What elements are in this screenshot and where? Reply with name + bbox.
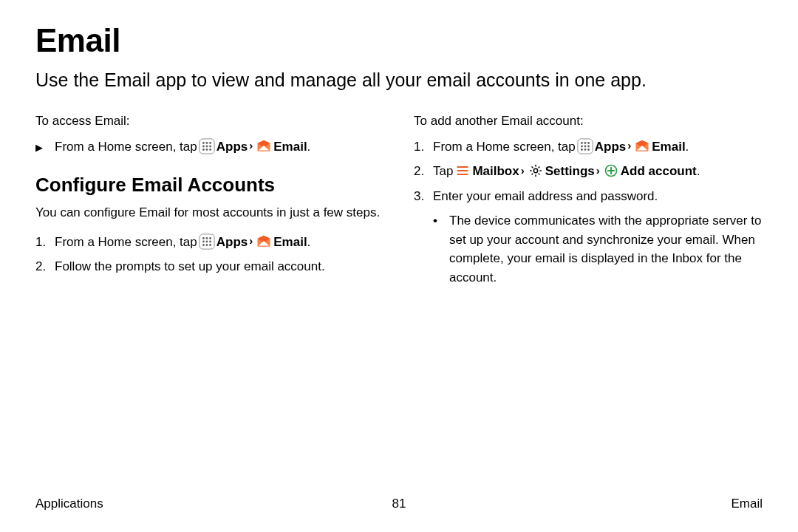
apps-grid-icon [199, 233, 215, 250]
add-account-bold-label: Add account [621, 162, 697, 181]
chevron-right-icon: › [248, 137, 254, 154]
list-item: 1. From a Home screen, tap Apps [35, 233, 384, 252]
access-label: To access Email: [35, 114, 384, 129]
svg-point-19 [209, 244, 211, 246]
svg-point-11 [202, 237, 205, 239]
list-item: 2. Follow the prompts to set up your ema… [35, 257, 384, 276]
step-text: From a Home screen, tap [433, 137, 576, 157]
email-envelope-icon [256, 138, 272, 154]
plus-circle-icon [603, 163, 619, 179]
svg-point-26 [587, 145, 590, 147]
list-item: 1. From a Home screen, tap Apps [414, 137, 763, 157]
page-title: Email [35, 22, 763, 59]
svg-point-27 [581, 149, 583, 151]
svg-point-15 [205, 240, 208, 242]
step-number: 3. [414, 187, 433, 206]
svg-point-22 [584, 141, 586, 143]
email-envelope-icon [634, 138, 650, 154]
svg-point-12 [205, 237, 208, 239]
svg-point-2 [205, 141, 208, 143]
footer-left: Applications [35, 497, 103, 511]
step-text: From a Home screen, tap [55, 233, 197, 252]
svg-point-28 [584, 149, 586, 151]
svg-point-4 [202, 145, 205, 147]
svg-point-5 [205, 145, 208, 147]
svg-point-24 [581, 145, 583, 147]
configure-heading: Configure Email Accounts [35, 174, 384, 197]
email-label: Email [273, 137, 307, 157]
footer-page-number: 81 [0, 497, 798, 511]
email-label: Email [652, 137, 685, 157]
access-step-text: From a Home screen, tap [55, 137, 197, 157]
svg-point-21 [581, 141, 583, 143]
two-column-layout: To access Email: ▶ From a Home screen, t… [35, 114, 763, 287]
apps-grid-icon [577, 138, 593, 154]
svg-point-33 [533, 168, 537, 172]
svg-point-18 [205, 244, 208, 246]
svg-point-13 [209, 237, 211, 239]
access-step: ▶ From a Home screen, tap Apps › [35, 137, 384, 157]
svg-point-7 [202, 149, 205, 151]
svg-point-3 [209, 141, 211, 143]
svg-point-17 [202, 244, 205, 246]
svg-point-6 [209, 145, 211, 147]
list-item: 3. Enter your email address and password… [414, 187, 763, 206]
step-number: 1. [35, 233, 55, 252]
step-text: Follow the prompts to set up your email … [55, 257, 384, 276]
svg-point-1 [202, 141, 205, 143]
page-intro: Use the Email app to view and manage all… [35, 68, 763, 93]
triangle-bullet-icon: ▶ [35, 138, 55, 156]
apps-label: Apps [216, 137, 248, 157]
apps-grid-icon [199, 138, 215, 154]
left-column: To access Email: ▶ From a Home screen, t… [35, 114, 384, 287]
svg-point-25 [584, 145, 586, 147]
apps-label: Apps [216, 233, 248, 252]
step-number: 2. [414, 162, 433, 181]
svg-point-8 [205, 149, 208, 151]
email-label: Email [273, 233, 307, 252]
chevron-right-icon: › [626, 137, 632, 154]
svg-point-14 [202, 240, 205, 242]
gear-icon [528, 163, 544, 179]
email-envelope-icon [256, 233, 272, 250]
svg-point-16 [209, 240, 211, 242]
step-number: 1. [414, 137, 433, 157]
right-column: To add another Email account: 1. From a … [414, 114, 763, 287]
page-footer: Applications 81 Email [0, 497, 798, 511]
sub-bullet-item: • The device communicates with the appro… [433, 211, 763, 287]
add-account-label: To add another Email account: [414, 114, 763, 129]
chevron-right-icon: › [248, 233, 254, 250]
sub-bullet-text: The device communicates with the appropr… [449, 211, 763, 287]
svg-point-9 [209, 149, 211, 151]
apps-label: Apps [595, 137, 627, 157]
configure-intro: You can configure Email for most account… [35, 204, 384, 222]
svg-point-29 [587, 149, 590, 151]
hamburger-menu-icon [454, 163, 471, 179]
bullet-dot-icon: • [433, 211, 449, 287]
svg-point-23 [587, 141, 590, 143]
footer-right: Email [731, 497, 763, 511]
list-item: 2. Tap Mailbox › [414, 162, 763, 181]
step-text: Enter your email address and password. [433, 187, 763, 206]
step-number: 2. [35, 257, 55, 276]
chevron-right-icon: › [519, 163, 526, 180]
step-text: Tap [433, 162, 453, 181]
manual-page: Email Use the Email app to view and mana… [0, 0, 798, 532]
settings-label: Settings [545, 162, 595, 181]
mailbox-label: Mailbox [472, 162, 519, 181]
chevron-right-icon: › [595, 163, 601, 180]
